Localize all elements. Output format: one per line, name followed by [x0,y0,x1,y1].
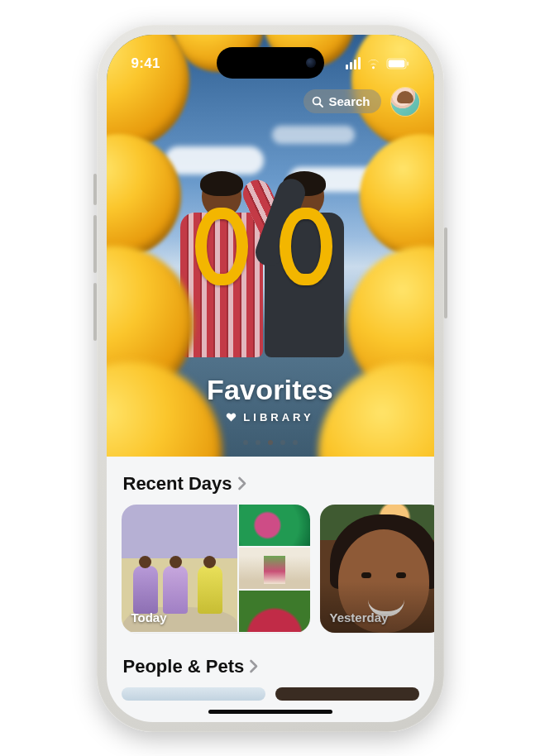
dynamic-island [217,47,324,79]
wifi-icon [366,58,381,69]
search-label: Search [328,94,370,108]
card-label: Today [131,610,167,624]
action-button [93,174,97,205]
volume-up-button [93,215,97,273]
people-pets-header[interactable]: People & Pets [123,656,418,677]
recent-day-card-yesterday[interactable]: Yesterday [320,505,434,633]
card-label: Yesterday [330,610,389,624]
page-dot [293,440,298,445]
recent-day-card-today[interactable]: Today [122,505,310,633]
hero-featured-card[interactable]: 9:41 Search [107,35,434,457]
status-time: 9:41 [131,55,160,72]
cellular-signal-icon [346,57,361,69]
volume-down-button [93,283,97,341]
heart-icon [226,412,237,422]
iphone-device-frame: 9:41 Search [97,25,444,732]
svg-line-4 [320,103,323,107]
search-button[interactable]: Search [303,89,380,113]
chevron-right-icon [249,659,258,673]
recent-days-row[interactable]: Today Yesterday [122,505,419,633]
photo-thumbnail [239,548,310,589]
page-indicator[interactable] [107,440,434,445]
side-power-button [444,227,447,318]
people-pets-row[interactable] [122,687,419,701]
page-dot [243,440,248,445]
home-indicator[interactable] [208,710,332,714]
page-dot [256,440,260,445]
section-title: People & Pets [123,656,245,677]
photo-thumbnail [239,505,310,546]
profile-avatar-button[interactable] [391,88,419,116]
page-dot-active [268,440,273,445]
battery-icon [386,58,409,69]
svg-rect-1 [388,60,404,67]
hero-subtitle: LIBRARY [243,411,313,423]
search-icon [312,96,323,108]
screen: 9:41 Search [107,35,434,722]
hero-title: Favorites [107,374,434,406]
photo-thumbnail [239,591,310,632]
page-dot [280,440,285,445]
recent-days-header[interactable]: Recent Days [123,473,418,495]
section-title: Recent Days [123,473,232,495]
people-card[interactable] [122,687,265,701]
svg-rect-2 [407,61,409,65]
chevron-right-icon [237,476,246,490]
people-card[interactable] [275,687,419,701]
